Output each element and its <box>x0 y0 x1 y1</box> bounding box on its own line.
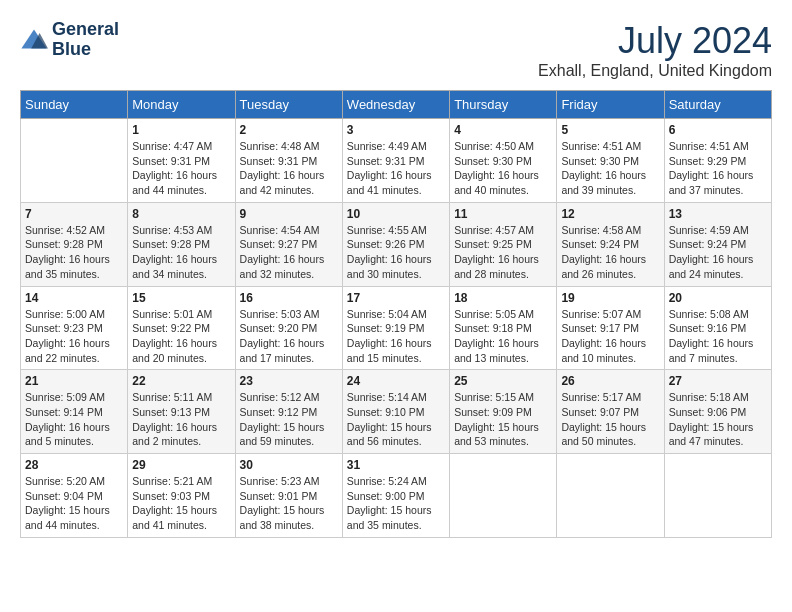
day-info: Sunrise: 5:18 AM Sunset: 9:06 PM Dayligh… <box>669 390 767 449</box>
weekday-header-sunday: Sunday <box>21 91 128 119</box>
calendar-cell: 21Sunrise: 5:09 AM Sunset: 9:14 PM Dayli… <box>21 370 128 454</box>
day-info: Sunrise: 5:03 AM Sunset: 9:20 PM Dayligh… <box>240 307 338 366</box>
day-number: 4 <box>454 123 552 137</box>
weekday-header-wednesday: Wednesday <box>342 91 449 119</box>
calendar-cell: 3Sunrise: 4:49 AM Sunset: 9:31 PM Daylig… <box>342 119 449 203</box>
day-info: Sunrise: 5:24 AM Sunset: 9:00 PM Dayligh… <box>347 474 445 533</box>
day-info: Sunrise: 4:47 AM Sunset: 9:31 PM Dayligh… <box>132 139 230 198</box>
calendar-cell: 12Sunrise: 4:58 AM Sunset: 9:24 PM Dayli… <box>557 202 664 286</box>
day-info: Sunrise: 5:07 AM Sunset: 9:17 PM Dayligh… <box>561 307 659 366</box>
day-number: 21 <box>25 374 123 388</box>
day-number: 23 <box>240 374 338 388</box>
day-number: 31 <box>347 458 445 472</box>
calendar-cell: 8Sunrise: 4:53 AM Sunset: 9:28 PM Daylig… <box>128 202 235 286</box>
logo-line2: Blue <box>52 40 119 60</box>
day-info: Sunrise: 5:15 AM Sunset: 9:09 PM Dayligh… <box>454 390 552 449</box>
page-header: General Blue July 2024 Exhall, England, … <box>20 20 772 80</box>
calendar-cell: 24Sunrise: 5:14 AM Sunset: 9:10 PM Dayli… <box>342 370 449 454</box>
day-info: Sunrise: 5:05 AM Sunset: 9:18 PM Dayligh… <box>454 307 552 366</box>
day-number: 20 <box>669 291 767 305</box>
day-info: Sunrise: 5:08 AM Sunset: 9:16 PM Dayligh… <box>669 307 767 366</box>
day-number: 27 <box>669 374 767 388</box>
calendar-cell: 23Sunrise: 5:12 AM Sunset: 9:12 PM Dayli… <box>235 370 342 454</box>
day-info: Sunrise: 4:57 AM Sunset: 9:25 PM Dayligh… <box>454 223 552 282</box>
calendar-cell: 5Sunrise: 4:51 AM Sunset: 9:30 PM Daylig… <box>557 119 664 203</box>
day-info: Sunrise: 5:20 AM Sunset: 9:04 PM Dayligh… <box>25 474 123 533</box>
calendar-cell: 7Sunrise: 4:52 AM Sunset: 9:28 PM Daylig… <box>21 202 128 286</box>
day-number: 26 <box>561 374 659 388</box>
calendar-cell: 26Sunrise: 5:17 AM Sunset: 9:07 PM Dayli… <box>557 370 664 454</box>
calendar-week-1: 7Sunrise: 4:52 AM Sunset: 9:28 PM Daylig… <box>21 202 772 286</box>
calendar-cell: 2Sunrise: 4:48 AM Sunset: 9:31 PM Daylig… <box>235 119 342 203</box>
day-number: 28 <box>25 458 123 472</box>
day-info: Sunrise: 4:59 AM Sunset: 9:24 PM Dayligh… <box>669 223 767 282</box>
calendar-cell <box>450 454 557 538</box>
day-info: Sunrise: 4:50 AM Sunset: 9:30 PM Dayligh… <box>454 139 552 198</box>
location: Exhall, England, United Kingdom <box>538 62 772 80</box>
day-number: 2 <box>240 123 338 137</box>
day-number: 22 <box>132 374 230 388</box>
calendar-cell: 30Sunrise: 5:23 AM Sunset: 9:01 PM Dayli… <box>235 454 342 538</box>
calendar-cell <box>557 454 664 538</box>
day-info: Sunrise: 5:23 AM Sunset: 9:01 PM Dayligh… <box>240 474 338 533</box>
calendar-cell: 27Sunrise: 5:18 AM Sunset: 9:06 PM Dayli… <box>664 370 771 454</box>
calendar-cell: 17Sunrise: 5:04 AM Sunset: 9:19 PM Dayli… <box>342 286 449 370</box>
calendar-cell: 25Sunrise: 5:15 AM Sunset: 9:09 PM Dayli… <box>450 370 557 454</box>
day-number: 24 <box>347 374 445 388</box>
day-info: Sunrise: 5:17 AM Sunset: 9:07 PM Dayligh… <box>561 390 659 449</box>
calendar-cell <box>21 119 128 203</box>
day-number: 29 <box>132 458 230 472</box>
logo-line1: General <box>52 20 119 40</box>
calendar-week-3: 21Sunrise: 5:09 AM Sunset: 9:14 PM Dayli… <box>21 370 772 454</box>
day-number: 12 <box>561 207 659 221</box>
calendar-cell: 10Sunrise: 4:55 AM Sunset: 9:26 PM Dayli… <box>342 202 449 286</box>
day-number: 3 <box>347 123 445 137</box>
day-number: 25 <box>454 374 552 388</box>
day-number: 9 <box>240 207 338 221</box>
day-info: Sunrise: 5:00 AM Sunset: 9:23 PM Dayligh… <box>25 307 123 366</box>
day-number: 30 <box>240 458 338 472</box>
calendar-week-0: 1Sunrise: 4:47 AM Sunset: 9:31 PM Daylig… <box>21 119 772 203</box>
calendar-cell: 13Sunrise: 4:59 AM Sunset: 9:24 PM Dayli… <box>664 202 771 286</box>
logo-text: General Blue <box>52 20 119 60</box>
day-info: Sunrise: 5:14 AM Sunset: 9:10 PM Dayligh… <box>347 390 445 449</box>
calendar-cell: 16Sunrise: 5:03 AM Sunset: 9:20 PM Dayli… <box>235 286 342 370</box>
day-info: Sunrise: 5:21 AM Sunset: 9:03 PM Dayligh… <box>132 474 230 533</box>
day-number: 7 <box>25 207 123 221</box>
calendar-cell: 1Sunrise: 4:47 AM Sunset: 9:31 PM Daylig… <box>128 119 235 203</box>
calendar-cell: 28Sunrise: 5:20 AM Sunset: 9:04 PM Dayli… <box>21 454 128 538</box>
month-year: July 2024 <box>538 20 772 62</box>
day-info: Sunrise: 4:54 AM Sunset: 9:27 PM Dayligh… <box>240 223 338 282</box>
calendar-cell: 19Sunrise: 5:07 AM Sunset: 9:17 PM Dayli… <box>557 286 664 370</box>
day-info: Sunrise: 5:04 AM Sunset: 9:19 PM Dayligh… <box>347 307 445 366</box>
calendar-cell: 22Sunrise: 5:11 AM Sunset: 9:13 PM Dayli… <box>128 370 235 454</box>
calendar-table: SundayMondayTuesdayWednesdayThursdayFrid… <box>20 90 772 538</box>
title-block: July 2024 Exhall, England, United Kingdo… <box>538 20 772 80</box>
day-info: Sunrise: 4:48 AM Sunset: 9:31 PM Dayligh… <box>240 139 338 198</box>
day-info: Sunrise: 5:11 AM Sunset: 9:13 PM Dayligh… <box>132 390 230 449</box>
weekday-header-tuesday: Tuesday <box>235 91 342 119</box>
day-info: Sunrise: 4:53 AM Sunset: 9:28 PM Dayligh… <box>132 223 230 282</box>
calendar-cell: 6Sunrise: 4:51 AM Sunset: 9:29 PM Daylig… <box>664 119 771 203</box>
calendar-cell: 11Sunrise: 4:57 AM Sunset: 9:25 PM Dayli… <box>450 202 557 286</box>
logo-icon <box>20 26 48 54</box>
day-number: 16 <box>240 291 338 305</box>
day-info: Sunrise: 4:52 AM Sunset: 9:28 PM Dayligh… <box>25 223 123 282</box>
logo: General Blue <box>20 20 119 60</box>
day-info: Sunrise: 4:51 AM Sunset: 9:30 PM Dayligh… <box>561 139 659 198</box>
day-number: 13 <box>669 207 767 221</box>
day-info: Sunrise: 4:58 AM Sunset: 9:24 PM Dayligh… <box>561 223 659 282</box>
calendar-cell: 9Sunrise: 4:54 AM Sunset: 9:27 PM Daylig… <box>235 202 342 286</box>
weekday-header-monday: Monday <box>128 91 235 119</box>
calendar-cell <box>664 454 771 538</box>
day-info: Sunrise: 4:55 AM Sunset: 9:26 PM Dayligh… <box>347 223 445 282</box>
day-number: 8 <box>132 207 230 221</box>
day-number: 6 <box>669 123 767 137</box>
calendar-week-2: 14Sunrise: 5:00 AM Sunset: 9:23 PM Dayli… <box>21 286 772 370</box>
day-number: 18 <box>454 291 552 305</box>
day-number: 5 <box>561 123 659 137</box>
day-number: 10 <box>347 207 445 221</box>
weekday-header-row: SundayMondayTuesdayWednesdayThursdayFrid… <box>21 91 772 119</box>
calendar-cell: 4Sunrise: 4:50 AM Sunset: 9:30 PM Daylig… <box>450 119 557 203</box>
weekday-header-friday: Friday <box>557 91 664 119</box>
